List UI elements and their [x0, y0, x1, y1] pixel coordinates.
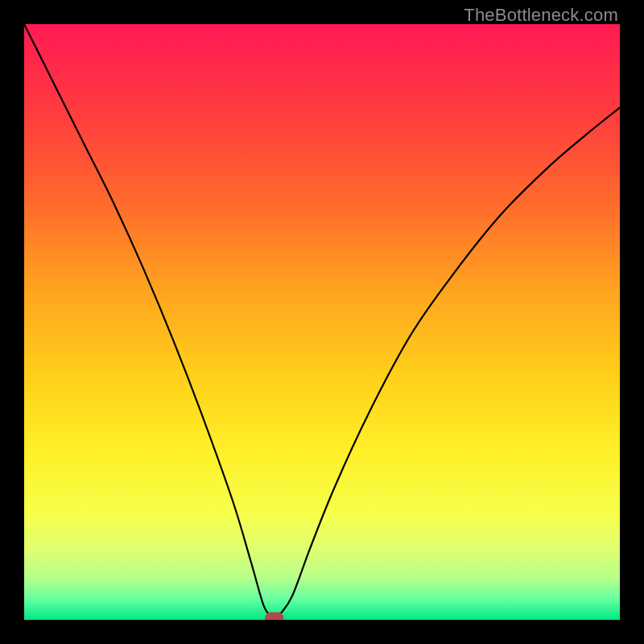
chart-frame: [24, 24, 620, 620]
optimal-point-marker: [266, 613, 283, 620]
watermark-text: TheBottleneck.com: [464, 5, 618, 26]
bottleneck-chart: [24, 24, 620, 620]
chart-background: [24, 24, 620, 620]
